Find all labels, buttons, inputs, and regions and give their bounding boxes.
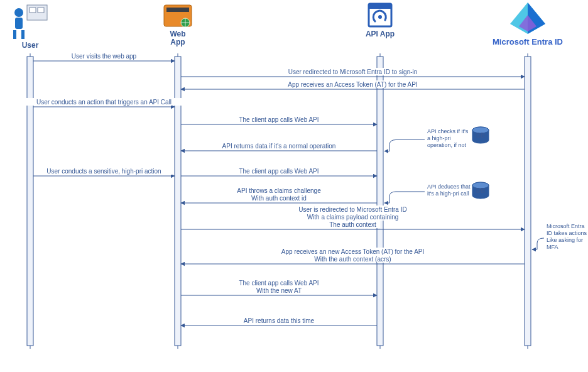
message-text-m11-1: With the auth context (acrs) — [314, 256, 391, 263]
message-text-m10-1: With a claims payload containing — [307, 214, 399, 221]
message-text-m1-0: User visits the web app — [72, 53, 137, 60]
svg-rect-6 — [38, 8, 44, 13]
actor-label-user: User — [22, 41, 39, 50]
actor-label-entra: Microsoft Entra ID — [493, 37, 563, 46]
user-icon — [13, 5, 47, 39]
sequence-diagram: UserWebAppAPI AppMicrosoft Entra IDUser … — [0, 0, 588, 372]
svg-rect-5 — [30, 8, 36, 13]
message-text-m2-0: User redirected to Microsoft Entra ID to… — [288, 68, 418, 75]
db-label: DB — [476, 132, 485, 139]
database-icon: DB — [472, 182, 489, 199]
message-text-m12-1: With the new AT — [256, 287, 302, 294]
svg-point-12 — [378, 15, 382, 19]
entra-icon — [510, 3, 545, 34]
svg-point-0 — [14, 8, 23, 17]
message-text-m5-0: The client app calls Web API — [239, 116, 318, 123]
annotation-text-a1-1: a high-pri — [427, 135, 451, 141]
message-text-m11-0: App receives an new Access Token (AT) fo… — [281, 248, 425, 255]
svg-rect-2 — [13, 30, 16, 39]
activation-entra — [525, 57, 531, 346]
activation-apiapp — [377, 57, 383, 346]
svg-rect-11 — [369, 4, 391, 9]
annotation-text-a3-2: Like asking for — [547, 237, 583, 243]
annotation-callout-a1 — [384, 140, 425, 151]
message-text-m3-0: App receives an Access Token (AT) for th… — [288, 81, 417, 88]
message-text-m7-0: User conducts a sensitive, high-pri acti… — [46, 168, 161, 175]
webapp-icon — [164, 5, 192, 27]
apiapp-icon — [369, 4, 391, 26]
annotation-text-a1-2: operation, if not — [427, 142, 467, 148]
actor-label-webapp: Web — [170, 30, 185, 38]
message-text-m9-1: With auth context id — [251, 195, 307, 202]
message-text-m8-0: The client app calls Web API — [239, 168, 318, 175]
database-icon: DB — [472, 127, 489, 143]
annotation-text-a2-1: it's a high-pri call — [427, 190, 469, 197]
annotation-text-a3-1: ID takes actions — [547, 230, 587, 236]
message-text-m13-0: API returns data this time — [244, 317, 315, 324]
annotation-text-a3-3: MFA — [547, 244, 558, 250]
svg-rect-1 — [15, 18, 23, 29]
annotation-text-a2-0: API deduces that — [427, 183, 471, 190]
message-text-m6-0: API returns data if it's a normal operat… — [222, 143, 336, 150]
actor-label-apiapp: API App — [366, 30, 395, 38]
annotation-text-a3-0: Microsoft Entra — [547, 223, 585, 229]
svg-rect-3 — [21, 30, 24, 39]
annotation-callout-a3 — [532, 238, 544, 249]
message-text-m10-2: The auth context — [329, 221, 376, 228]
message-text-m10-0: User is redirected to Microsoft Entra ID — [298, 206, 406, 213]
message-text-m9-0: API throws a claims challenge — [237, 187, 321, 194]
annotation-text-a1-0: API checks if it's — [427, 128, 469, 134]
message-text-m4-0: User conducts an action that triggers an… — [36, 99, 172, 106]
annotation-callout-a2 — [384, 192, 425, 203]
message-text-m12-0: The client app calls Web API — [239, 280, 318, 287]
actor-label-webapp: App — [170, 38, 185, 46]
db-label: DB — [476, 187, 485, 194]
svg-rect-8 — [166, 8, 189, 12]
